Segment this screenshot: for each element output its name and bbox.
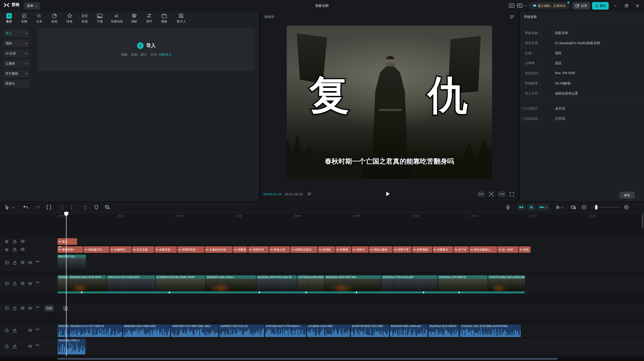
audio-clip[interactable]: c51ad411-cc81-4153-8df5-e3c9c01f49a bbox=[460, 324, 521, 337]
split-right-icon[interactable] bbox=[70, 204, 76, 210]
select-tool-icon[interactable] bbox=[4, 204, 10, 210]
linkage-toggle[interactable] bbox=[527, 204, 536, 211]
subtitle-clip[interactable]: A≡这一刻你 bbox=[498, 246, 518, 253]
tab-特效[interactable]: 特效 bbox=[62, 13, 77, 24]
mark-flag-icon[interactable] bbox=[93, 204, 99, 210]
subtitle-clip[interactable]: A≡你站在废墟上 bbox=[469, 246, 497, 253]
subtitle-clip[interactable]: A≡你率领越 bbox=[412, 246, 432, 253]
timeline-locate-icon[interactable] bbox=[570, 204, 576, 210]
tab-文本[interactable]: TI文本 bbox=[32, 13, 47, 24]
subtitle-clip[interactable]: A≡你看着 bbox=[233, 246, 248, 253]
subtitle-clip[interactable]: A≡你看着 bbox=[335, 246, 351, 253]
export-button[interactable]: 导出 bbox=[592, 2, 609, 10]
zoom-out-icon[interactable] bbox=[581, 204, 587, 210]
audio-clip[interactable]: 5c401064-da74-4793-8de5-e bbox=[265, 324, 306, 337]
transition-arrow-icon[interactable] bbox=[306, 291, 307, 294]
video-clip[interactable]: 9b4a1bbb-2b04-4657-b0a bbox=[325, 275, 381, 291]
redo-icon[interactable] bbox=[34, 204, 40, 210]
subtitle-clip[interactable]: A≡你是越王勾 bbox=[84, 246, 109, 253]
tab-数字人[interactable]: 数字人 bbox=[172, 13, 191, 24]
ratio-button[interactable]: 比例 bbox=[499, 192, 505, 196]
info-icon[interactable]: ? bbox=[521, 117, 525, 121]
sidebar-item-导入[interactable]: 导入 bbox=[3, 29, 30, 37]
subtitle-clip[interactable]: A≡而是 bbox=[519, 246, 531, 253]
magnetic-snap-toggle[interactable] bbox=[517, 204, 526, 211]
restore-button[interactable] bbox=[624, 3, 629, 8]
audio-clip[interactable]: cd7ad6dc-cbe5-4982 bbox=[307, 324, 350, 337]
sidebar-item-云素材[interactable]: 云素材 bbox=[3, 60, 30, 67]
cover-button[interactable]: 封面 bbox=[44, 305, 54, 312]
transition-arrow-icon[interactable] bbox=[459, 291, 460, 294]
tab-滤镜[interactable]: 滤镜 bbox=[126, 13, 142, 24]
video-clip[interactable]: f4d5418e-137f-49f5-83 bbox=[438, 275, 488, 291]
video-clip[interactable]: 635393ea-7220-4a23-a99 bbox=[381, 275, 438, 291]
overlay-video-clip[interactable]: 84fc2357-31b bbox=[57, 255, 86, 271]
sidebar-item-即梦AI[interactable]: 即梦AI bbox=[3, 80, 30, 87]
chevron-down-icon[interactable] bbox=[524, 4, 527, 7]
audio-clip[interactable]: e09b782b-47c0-4881-b981-a8a2 bbox=[171, 324, 218, 337]
sidebar-item-AI 生成[interactable]: AI 生成 bbox=[3, 50, 30, 57]
video-clip[interactable]: b7286f32-fe33-4fac-86db-78540 bbox=[156, 275, 205, 291]
split-left-icon[interactable] bbox=[58, 204, 64, 210]
close-button[interactable] bbox=[635, 3, 640, 8]
audio-clip[interactable]: 1a26d822-03cf-4151-bc bbox=[219, 324, 264, 337]
video-preview[interactable]: 复 仇 春秋时期一个亡国之君真的能靠吃苦翻身吗 bbox=[287, 26, 492, 179]
original-quality-button[interactable]: 原画 bbox=[478, 192, 484, 196]
playhead-line[interactable] bbox=[66, 213, 67, 356]
transition-arrow-icon[interactable] bbox=[169, 291, 170, 294]
import-dropzone[interactable]: + 导入 视频、音频、图片，支持 扫码导入 bbox=[38, 28, 255, 71]
microphone-icon[interactable] bbox=[505, 204, 511, 210]
zoom-in-icon[interactable] bbox=[623, 204, 629, 210]
tab-转场[interactable]: 转场 bbox=[77, 13, 92, 24]
subtitle-clip[interactable]: A≡你被押往 bbox=[110, 246, 132, 253]
video-clip[interactable]: 0db25925-aa6c-491b-a bbox=[206, 275, 256, 291]
audio-clip[interactable]: 3bd23933-94b bbox=[57, 324, 69, 337]
layout-switch-icon[interactable] bbox=[517, 3, 523, 8]
subtitle-clip[interactable]: A≡夫差命你为他 bbox=[205, 246, 233, 253]
audio-clip[interactable]: 2ba434ae-614f-42b8-8 bbox=[428, 324, 459, 337]
frame-list-icon[interactable] bbox=[307, 192, 311, 196]
sidebar-item-官方素材[interactable]: 官方素材 bbox=[3, 70, 30, 77]
preview-cursor-toggle[interactable] bbox=[553, 204, 565, 211]
tab-模板[interactable]: 模板 bbox=[157, 13, 172, 24]
transition-arrow-icon[interactable] bbox=[81, 291, 83, 294]
subtitle-clip[interactable]: A≡你暗中召 bbox=[248, 246, 269, 253]
subtitle-clip[interactable]: A≡你派人潜 bbox=[269, 246, 290, 253]
play-button[interactable] bbox=[386, 192, 390, 196]
tab-音频[interactable]: 音频 bbox=[17, 13, 32, 24]
cover-frame-icon[interactable] bbox=[63, 306, 68, 311]
audio-clip[interactable]: 844cb060-689c-400d-ba2 bbox=[390, 324, 428, 337]
menu-button[interactable]: 菜单 bbox=[24, 2, 40, 10]
audio-clip[interactable]: 95c4e9cf-1e7e-4377-b82f-af bbox=[69, 324, 122, 337]
subtitle-clip[interactable]: A≡你得知夫差沉 bbox=[291, 246, 317, 253]
subtitle-clip[interactable]: A≡你看着夫 bbox=[433, 246, 453, 253]
info-icon[interactable]: ? bbox=[521, 107, 525, 110]
subtitle-clip[interactable]: A≡你终于等 bbox=[393, 246, 412, 253]
transition-arrow-icon[interactable] bbox=[423, 291, 425, 294]
preview-quality-icon[interactable] bbox=[489, 192, 494, 196]
subtitle-clip[interactable]: A≡你暗中 bbox=[352, 246, 369, 253]
batch-text-delete-icon[interactable] bbox=[104, 204, 110, 210]
split-icon[interactable] bbox=[46, 204, 52, 210]
shortcut-keyboard-icon[interactable] bbox=[509, 3, 514, 8]
text-clip-title[interactable]: A≡复仇 bbox=[57, 238, 77, 245]
import-action[interactable]: + 导入 bbox=[137, 42, 156, 49]
timeline-ruler[interactable]: 00:0000:1000:2000:3000:4000:5001:0001:10… bbox=[0, 213, 644, 220]
minimize-button[interactable] bbox=[613, 3, 618, 8]
subtitle-clip[interactable]: A≡你派人散布 bbox=[369, 246, 393, 253]
audio-clip[interactable]: 6a469728-0b55-452e-bf84 bbox=[351, 324, 389, 337]
video-clip[interactable]: 50e8ed0f-ab0a-4b35-997b- bbox=[69, 275, 106, 291]
player-options-icon[interactable] bbox=[510, 15, 514, 19]
transition-arrow-icon[interactable] bbox=[356, 291, 358, 294]
tab-字幕[interactable]: 字幕 bbox=[92, 13, 107, 24]
tab-贴纸[interactable]: 贴纸 bbox=[47, 13, 62, 24]
modify-button[interactable]: 修改 bbox=[620, 192, 635, 199]
subtitle-clip[interactable]: A≡你下令 bbox=[454, 246, 469, 253]
undo-icon[interactable] bbox=[23, 204, 29, 210]
vertical-scrollbar[interactable] bbox=[642, 214, 643, 228]
video-clip[interactable]: a527b6ab-ee98-4900 bbox=[297, 275, 324, 291]
subtitle-clip[interactable]: A≡你假装 bbox=[318, 246, 335, 253]
tab-素材[interactable]: 素材 bbox=[2, 13, 17, 24]
promo-banner[interactable]: 新人福利，立省34元 bbox=[529, 2, 570, 10]
video-clip[interactable]: adc355dc-2f44-4031-bebc-f8 bbox=[256, 275, 297, 291]
